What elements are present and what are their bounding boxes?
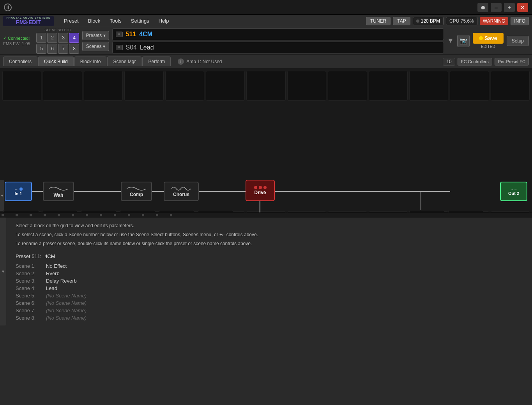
grid-cell-mid-9 (328, 211, 367, 213)
scroll-tick-1 (2, 214, 4, 216)
grid-cell-top-12 (450, 71, 489, 101)
tab-quick-build[interactable]: Quick Build (38, 57, 74, 66)
block-wah[interactable]: Wah (43, 182, 74, 201)
scroll-tick-8 (100, 214, 102, 216)
title-bar-left: ⏸ (4, 4, 12, 11)
tab-scene-mgr[interactable]: Scene Mgr (107, 57, 141, 66)
drive-dot-2 (259, 186, 262, 189)
pause-icon[interactable]: ⏸ (4, 4, 12, 11)
scene-list: Scene 1:No EffectScene 2:RverbScene 3:De… (16, 263, 524, 321)
scroll-tick-9 (114, 214, 116, 216)
grid-cell-top-10 (369, 71, 408, 101)
minimize-button[interactable]: – (491, 3, 502, 12)
scene-btn-1[interactable]: 1 (36, 33, 46, 43)
wah-label: Wah (54, 193, 64, 198)
presets-dropdown[interactable]: Presets ▾ (82, 31, 109, 40)
grid-cell-mid-7 (246, 211, 285, 213)
menu-tools[interactable]: Tools (106, 16, 125, 25)
scene-btn-4[interactable]: 4 (69, 33, 79, 43)
scene-icon: ≡ (116, 45, 123, 50)
close-button[interactable]: ✕ (517, 3, 528, 12)
scenes-dropdown[interactable]: Scenes ▾ (82, 42, 109, 51)
menu-block[interactable]: Block (84, 16, 104, 25)
logo-area: FRACTAL AUDIO SYSTEMS FM3·EDIT (3, 16, 54, 26)
record-button[interactable]: ⏺ (477, 3, 488, 12)
tab-controllers[interactable]: Controllers (3, 57, 37, 66)
scene-btn-8[interactable]: 8 (69, 44, 79, 54)
bottom-collapse-arrow[interactable]: ▼ (0, 218, 6, 325)
scene-btn-6[interactable]: 6 (47, 44, 57, 54)
setup-button[interactable]: Setup (507, 36, 529, 46)
preset-number: 511 (126, 31, 136, 38)
title-bar: ⏸ ⏺ – + ✕ (0, 0, 532, 15)
fc-controllers-button[interactable]: FC Controllers (458, 58, 492, 65)
per-preset-fc-button[interactable]: Per-Preset FC (495, 58, 529, 65)
scrollbar-area[interactable] (0, 213, 532, 218)
grid-cell-top-9 (328, 71, 367, 101)
scene-item-6: Scene 6:(No Scene Name) (16, 300, 524, 306)
block-comp[interactable]: Comp (121, 182, 152, 201)
tap-button[interactable]: TAP (393, 17, 410, 25)
scroll-tick-4 (44, 214, 46, 216)
grid-cell-top-13 (491, 71, 530, 101)
expand-arrow[interactable]: ▼ (447, 37, 454, 45)
grid-row-top (0, 69, 532, 103)
scroll-tick-5 (58, 214, 60, 216)
grid-cell-top-1 (2, 71, 41, 101)
chorus1-label: Chorus (173, 192, 189, 197)
scene-btn-7[interactable]: 7 (58, 44, 68, 54)
drive-dot-3 (263, 186, 267, 189)
block-out2[interactable]: →→ Out 2 (500, 182, 527, 201)
scene-btn-row2: 5 6 7 8 (36, 44, 79, 54)
preset-row: ≡ 511 4CM (112, 28, 444, 40)
scene-label-4: Scene 4: (16, 285, 43, 291)
scene-value-5: (No Scene Name) (46, 293, 87, 299)
tab-perform[interactable]: Perform (142, 57, 171, 66)
block-in1[interactable]: → In 1 (5, 182, 32, 201)
menu-right: TUNER TAP 120 BPM CPU 75.6% WARNING INFO (366, 17, 529, 25)
scene-label-2: Scene 2: (16, 271, 43, 276)
scene-label-8: Scene 8: (16, 315, 43, 321)
maximize-button[interactable]: + (504, 3, 515, 12)
block-drive[interactable]: Drive (246, 180, 275, 201)
logo: FRACTAL AUDIO SYSTEMS FM3·EDIT (3, 16, 54, 26)
scroll-tick-13 (170, 214, 172, 216)
camera-button[interactable]: 📷 (457, 35, 470, 47)
menu-settings[interactable]: Settings (127, 16, 153, 25)
row1-collapse-arrow[interactable]: ◄ (0, 180, 4, 211)
info-button[interactable]: INFO (511, 17, 529, 25)
scene-item-4: Scene 4:Lead (16, 285, 524, 291)
grid-empty-r2-10 (409, 210, 444, 213)
out2-label: Out 2 (508, 191, 519, 196)
scene-select-label: SCENE SELECT (36, 28, 79, 32)
grid-cell-top-3 (84, 71, 123, 101)
grid-empty-r2-2 (42, 210, 77, 213)
scene-btn-5[interactable]: 5 (36, 44, 46, 54)
tab-block-info[interactable]: Block Info (74, 57, 107, 66)
bpm-dot (416, 19, 419, 23)
in1-label: In 1 (15, 191, 22, 196)
edited-label: EDITED (481, 44, 495, 49)
menu-help[interactable]: Help (155, 16, 173, 25)
tuner-button[interactable]: TUNER (366, 17, 391, 25)
out2-arrows: →→ (510, 187, 517, 191)
preset-name: 4CM (139, 31, 152, 38)
scene-btn-2[interactable]: 2 (47, 33, 57, 43)
grid-cell-top-5 (165, 71, 204, 101)
menu-bar: FRACTAL AUDIO SYSTEMS FM3·EDIT Preset Bl… (0, 15, 532, 27)
warning-button[interactable]: WARNING (480, 17, 509, 25)
scroll-tick-7 (86, 214, 88, 216)
menu-preset[interactable]: Preset (60, 16, 83, 25)
grid-cell-mid-10 (369, 211, 408, 213)
scene-btn-3[interactable]: 3 (58, 33, 68, 43)
block-chorus1[interactable]: Chorus (164, 182, 199, 201)
info-text-3: To rename a preset or scene, double-clic… (16, 240, 524, 248)
scene-item-3: Scene 3:Delay Reverb (16, 278, 524, 284)
scene-label-5: Scene 5: (16, 293, 43, 299)
save-button[interactable]: Save (473, 33, 504, 44)
scene-label-7: Scene 7: (16, 308, 43, 313)
scene-label-3: Scene 3: (16, 278, 43, 284)
grid-cell-mid-13 (491, 211, 530, 213)
wah-wave-icon (49, 185, 68, 193)
save-area: Save EDITED (473, 33, 504, 49)
